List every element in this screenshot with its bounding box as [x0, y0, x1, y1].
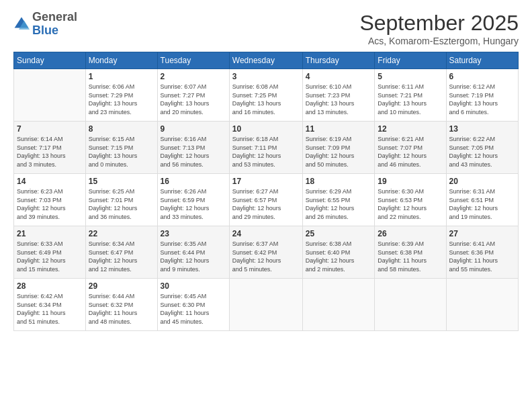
day-number: 15	[89, 177, 154, 186]
calendar-table: Sunday Monday Tuesday Wednesday Thursday…	[13, 52, 519, 331]
day-info: Sunrise: 6:18 AM Sunset: 7:11 PM Dayligh…	[232, 135, 300, 169]
day-info: Sunrise: 6:14 AM Sunset: 7:17 PM Dayligh…	[17, 135, 83, 169]
table-row	[446, 279, 519, 331]
logo-blue-text: Blue	[32, 24, 58, 37]
day-number: 20	[449, 177, 516, 186]
calendar-week-row: 21Sunrise: 6:33 AM Sunset: 6:49 PM Dayli…	[14, 226, 519, 279]
col-saturday: Saturday	[446, 52, 519, 69]
table-row: 12Sunrise: 6:21 AM Sunset: 7:07 PM Dayli…	[375, 122, 446, 174]
day-number: 7	[17, 124, 83, 134]
page-header: General Blue September 2025 Acs, Komarom…	[13, 11, 519, 46]
table-row: 6Sunrise: 6:12 AM Sunset: 7:19 PM Daylig…	[446, 69, 519, 122]
table-row: 15Sunrise: 6:25 AM Sunset: 7:01 PM Dayli…	[85, 174, 157, 226]
day-info: Sunrise: 6:31 AM Sunset: 6:51 PM Dayligh…	[449, 187, 516, 221]
day-number: 23	[161, 229, 226, 238]
day-info: Sunrise: 6:19 AM Sunset: 7:09 PM Dayligh…	[306, 135, 372, 169]
table-row: 25Sunrise: 6:38 AM Sunset: 6:40 PM Dayli…	[302, 226, 375, 279]
day-info: Sunrise: 6:08 AM Sunset: 7:25 PM Dayligh…	[232, 83, 300, 116]
table-row: 1Sunrise: 6:06 AM Sunset: 7:29 PM Daylig…	[85, 69, 157, 122]
table-row: 27Sunrise: 6:41 AM Sunset: 6:36 PM Dayli…	[446, 226, 519, 279]
table-row: 20Sunrise: 6:31 AM Sunset: 6:51 PM Dayli…	[446, 174, 519, 226]
day-info: Sunrise: 6:42 AM Sunset: 6:34 PM Dayligh…	[17, 292, 83, 326]
day-number: 17	[232, 177, 300, 186]
table-row: 28Sunrise: 6:42 AM Sunset: 6:34 PM Dayli…	[14, 279, 86, 331]
day-info: Sunrise: 6:07 AM Sunset: 7:27 PM Dayligh…	[161, 83, 226, 116]
calendar-week-row: 14Sunrise: 6:23 AM Sunset: 7:03 PM Dayli…	[14, 174, 519, 226]
day-info: Sunrise: 6:33 AM Sunset: 6:49 PM Dayligh…	[17, 240, 83, 273]
day-number: 22	[89, 229, 154, 238]
day-number: 19	[378, 177, 443, 186]
day-info: Sunrise: 6:44 AM Sunset: 6:32 PM Dayligh…	[89, 292, 154, 326]
table-row: 18Sunrise: 6:29 AM Sunset: 6:55 PM Dayli…	[302, 174, 375, 226]
day-number: 21	[17, 229, 83, 238]
calendar-week-row: 1Sunrise: 6:06 AM Sunset: 7:29 PM Daylig…	[14, 69, 519, 122]
table-row: 22Sunrise: 6:34 AM Sunset: 6:47 PM Dayli…	[85, 226, 157, 279]
day-number: 24	[232, 229, 300, 238]
day-number: 1	[89, 72, 154, 81]
day-info: Sunrise: 6:41 AM Sunset: 6:36 PM Dayligh…	[449, 240, 516, 273]
day-info: Sunrise: 6:26 AM Sunset: 6:59 PM Dayligh…	[161, 187, 226, 221]
col-sunday: Sunday	[14, 52, 86, 69]
table-row: 17Sunrise: 6:27 AM Sunset: 6:57 PM Dayli…	[229, 174, 302, 226]
day-number: 12	[378, 124, 443, 134]
day-info: Sunrise: 6:15 AM Sunset: 7:15 PM Dayligh…	[89, 135, 154, 169]
col-wednesday: Wednesday	[229, 52, 302, 69]
table-row: 5Sunrise: 6:11 AM Sunset: 7:21 PM Daylig…	[375, 69, 446, 122]
day-number: 6	[449, 72, 516, 81]
day-number: 3	[232, 72, 300, 81]
day-number: 16	[161, 177, 226, 186]
table-row	[375, 279, 446, 331]
table-row: 9Sunrise: 6:16 AM Sunset: 7:13 PM Daylig…	[157, 122, 229, 174]
day-number: 29	[89, 281, 154, 291]
col-friday: Friday	[375, 52, 446, 69]
col-monday: Monday	[85, 52, 157, 69]
table-row: 13Sunrise: 6:22 AM Sunset: 7:05 PM Dayli…	[446, 122, 519, 174]
day-number: 25	[306, 229, 372, 238]
day-number: 11	[306, 124, 372, 134]
day-info: Sunrise: 6:45 AM Sunset: 6:30 PM Dayligh…	[161, 292, 226, 326]
day-info: Sunrise: 6:21 AM Sunset: 7:07 PM Dayligh…	[378, 135, 443, 169]
table-row	[302, 279, 375, 331]
day-number: 27	[449, 229, 516, 238]
col-tuesday: Tuesday	[157, 52, 229, 69]
day-number: 9	[161, 124, 226, 134]
table-row	[229, 279, 302, 331]
day-info: Sunrise: 6:11 AM Sunset: 7:21 PM Dayligh…	[378, 83, 443, 116]
day-number: 2	[161, 72, 226, 81]
logo-icon	[13, 16, 30, 32]
day-number: 10	[232, 124, 300, 134]
day-info: Sunrise: 6:10 AM Sunset: 7:23 PM Dayligh…	[306, 83, 372, 116]
day-number: 4	[306, 72, 372, 81]
table-row: 29Sunrise: 6:44 AM Sunset: 6:32 PM Dayli…	[85, 279, 157, 331]
table-row: 11Sunrise: 6:19 AM Sunset: 7:09 PM Dayli…	[302, 122, 375, 174]
table-row: 23Sunrise: 6:35 AM Sunset: 6:44 PM Dayli…	[157, 226, 229, 279]
day-info: Sunrise: 6:38 AM Sunset: 6:40 PM Dayligh…	[306, 240, 372, 273]
day-info: Sunrise: 6:39 AM Sunset: 6:38 PM Dayligh…	[378, 240, 443, 273]
table-row: 10Sunrise: 6:18 AM Sunset: 7:11 PM Dayli…	[229, 122, 302, 174]
table-row: 21Sunrise: 6:33 AM Sunset: 6:49 PM Dayli…	[14, 226, 86, 279]
table-row: 19Sunrise: 6:30 AM Sunset: 6:53 PM Dayli…	[375, 174, 446, 226]
day-number: 30	[161, 281, 226, 291]
month-title: September 2025	[359, 11, 519, 36]
day-info: Sunrise: 6:23 AM Sunset: 7:03 PM Dayligh…	[17, 187, 83, 221]
table-row: 4Sunrise: 6:10 AM Sunset: 7:23 PM Daylig…	[302, 69, 375, 122]
table-row	[14, 69, 86, 122]
day-number: 14	[17, 177, 83, 186]
day-info: Sunrise: 6:37 AM Sunset: 6:42 PM Dayligh…	[232, 240, 300, 273]
table-row: 8Sunrise: 6:15 AM Sunset: 7:15 PM Daylig…	[85, 122, 157, 174]
day-info: Sunrise: 6:35 AM Sunset: 6:44 PM Dayligh…	[161, 240, 226, 273]
day-number: 18	[306, 177, 372, 186]
table-row: 14Sunrise: 6:23 AM Sunset: 7:03 PM Dayli…	[14, 174, 86, 226]
col-thursday: Thursday	[302, 52, 375, 69]
calendar-header-row: Sunday Monday Tuesday Wednesday Thursday…	[14, 52, 519, 69]
table-row: 24Sunrise: 6:37 AM Sunset: 6:42 PM Dayli…	[229, 226, 302, 279]
day-number: 8	[89, 124, 154, 134]
day-info: Sunrise: 6:22 AM Sunset: 7:05 PM Dayligh…	[449, 135, 516, 169]
table-row: 2Sunrise: 6:07 AM Sunset: 7:27 PM Daylig…	[157, 69, 229, 122]
table-row: 3Sunrise: 6:08 AM Sunset: 7:25 PM Daylig…	[229, 69, 302, 122]
table-row: 16Sunrise: 6:26 AM Sunset: 6:59 PM Dayli…	[157, 174, 229, 226]
day-info: Sunrise: 6:25 AM Sunset: 7:01 PM Dayligh…	[89, 187, 154, 221]
logo: General Blue	[13, 11, 77, 38]
table-row: 7Sunrise: 6:14 AM Sunset: 7:17 PM Daylig…	[14, 122, 86, 174]
calendar-week-row: 28Sunrise: 6:42 AM Sunset: 6:34 PM Dayli…	[14, 279, 519, 331]
